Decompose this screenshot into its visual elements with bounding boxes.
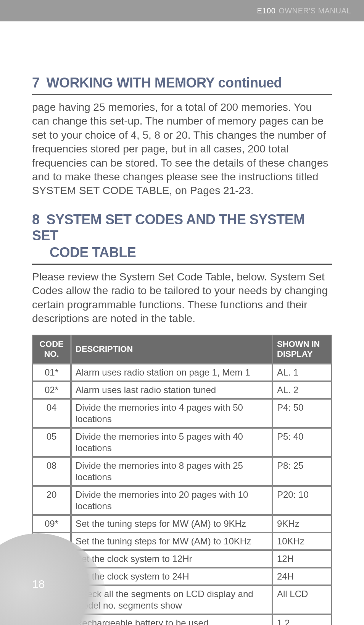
cell-shown: P4: 50 [272,399,332,428]
col-header-code: CODE NO. [32,335,71,364]
cell-code: 20 [32,486,71,515]
cell-code: 04 [32,399,71,428]
cell-shown: 12H [272,550,332,568]
product-code: E100 [257,6,276,15]
col-header-shown: SHOWN IN DISPLAY [272,335,332,364]
section-8-number: 8 [32,212,43,228]
cell-description: Set the tuning steps for MW (AM) to 10KH… [71,533,272,550]
cell-description: Divide the memories into 8 pages with 25… [71,457,272,486]
cell-code: 02* [32,381,71,399]
section-7-body: page having 25 memories, for a total of … [32,100,332,198]
cell-code: 05 [32,428,71,457]
cell-shown: P20: 10 [272,486,332,515]
cell-description: Alarm uses radio station on page 1, Mem … [71,364,272,381]
cell-description: Divide the memories into 20 pages with 1… [71,486,272,515]
header-bar: E100 OWNER'S MANUAL [0,0,364,21]
section-8-title-line1: SYSTEM SET CODES AND THE SYSTEM SET [32,212,305,243]
table-row: 08Divide the memories into 8 pages with … [32,457,332,486]
table-row: 05Divide the memories into 5 pages with … [32,428,332,457]
cell-description: Set the tuning steps for MW (AM) to 9KHz [71,515,272,533]
cell-shown: All LCD [272,585,332,614]
cell-description: Divide the memories into 5 pages with 40… [71,428,272,457]
section-7-title: WORKING WITH MEMORY continued [47,75,282,91]
cell-description: Alarm uses last radio station tuned [71,381,272,399]
cell-shown: AL. 2 [272,381,332,399]
table-row: 04Divide the memories into 4 pages with … [32,399,332,428]
cell-description: Set the clock system to 12Hr [71,550,272,568]
table-row: 01*Alarm uses radio station on page 1, M… [32,364,332,381]
table-header-row: CODE NO. DESCRIPTION SHOWN IN DISPLAY [32,335,332,364]
col-header-description: DESCRIPTION [71,335,272,364]
section-8-body: Please review the System Set Code Table,… [32,270,332,326]
cell-shown: 9KHz [272,515,332,533]
section-8-heading: 8 SYSTEM SET CODES AND THE SYSTEM SET CO… [32,212,332,265]
cell-description: Divide the memories into 4 pages with 50… [71,399,272,428]
page-number-area: 18 [0,526,99,625]
cell-code: 08 [32,457,71,486]
page-number: 18 [32,578,45,591]
section-7-number: 7 [32,75,43,91]
table-row: 20Divide the memories into 20 pages with… [32,486,332,515]
cell-shown: P5: 40 [272,428,332,457]
cell-shown: 10KHz [272,533,332,550]
manual-label: OWNER'S MANUAL [279,6,351,15]
cell-shown: 24H [272,568,332,585]
section-7-heading: 7 WORKING WITH MEMORY continued [32,75,332,95]
cell-shown: P8: 25 [272,457,332,486]
section-8-title-line2: CODE TABLE [50,244,332,261]
cell-code: 01* [32,364,71,381]
cell-shown: 1.2 [272,614,332,625]
table-row: 02*Alarm uses last radio station tunedAL… [32,381,332,399]
cell-shown: AL. 1 [272,364,332,381]
page-number-background [0,533,107,625]
